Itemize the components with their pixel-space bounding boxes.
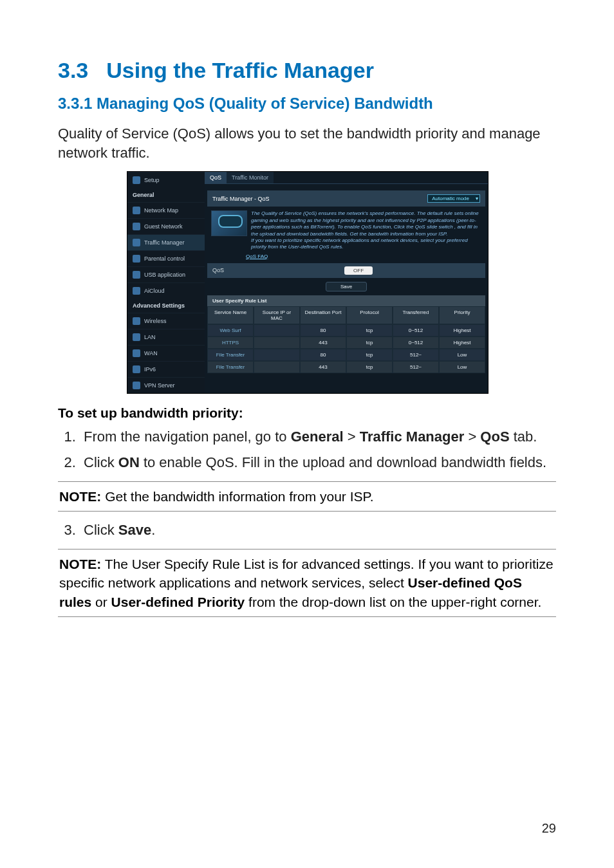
sidebar-advanced-heading: Advanced Settings xyxy=(127,299,205,313)
qos-description: The Quality of Service (QoS) ensures the… xyxy=(207,207,485,253)
section-title: 3.3Using the Traffic Manager xyxy=(58,58,556,83)
sidebar-item-wan[interactable]: WAN xyxy=(127,345,205,361)
table-row: File Transfer 443 tcp 512~ Low xyxy=(207,361,485,373)
usb-icon xyxy=(133,271,140,279)
step-text: Click xyxy=(84,454,118,470)
lan-icon xyxy=(133,333,140,341)
col-service: Service Name xyxy=(207,306,254,324)
desc-line: If you want to prioritize specific netwo… xyxy=(251,237,481,251)
cell: 512~ xyxy=(393,349,439,361)
priority-heading: To set up bandwidth priority: xyxy=(58,405,556,421)
cell: tcp xyxy=(346,349,393,361)
ipv6-icon xyxy=(133,365,140,373)
sidebar-item-label: WAN xyxy=(144,350,158,356)
step-text: > xyxy=(344,429,360,445)
tab-qos[interactable]: QoS xyxy=(205,172,227,183)
qos-row-label: QoS xyxy=(212,267,224,273)
col-source: Source IP or MAC xyxy=(254,306,300,324)
subsection-number: 3.3.1 xyxy=(58,95,92,112)
step-2: Click ON to enable QoS. Fill in the uplo… xyxy=(80,453,556,472)
note-label: NOTE: xyxy=(59,557,101,571)
sidebar-item-vpn[interactable]: VPN Server xyxy=(127,377,205,393)
tab-row: QoS Traffic Monitor xyxy=(205,172,488,184)
step-text: > xyxy=(464,429,480,445)
intro-text: Quality of Service (QoS) allows you to s… xyxy=(58,124,556,162)
sidebar-item-traffic-manager[interactable]: Traffic Manager xyxy=(127,234,205,250)
note-1: NOTE: Get the bandwidth information from… xyxy=(58,481,556,512)
rule-list-title: User Specify Rule List xyxy=(207,295,485,306)
sidebar-item-label: AiCloud xyxy=(144,288,165,294)
sidebar-item-label: LAN xyxy=(144,334,156,340)
steps-list: From the navigation panel, go to General… xyxy=(58,427,556,472)
sidebar-item-network-map[interactable]: Network Map xyxy=(127,202,205,218)
cell: Low xyxy=(439,361,485,373)
sidebar-item-ipv6[interactable]: IPv6 xyxy=(127,361,205,377)
cell: HTTPS xyxy=(207,337,254,349)
note-label: NOTE: xyxy=(59,489,101,504)
shield-icon xyxy=(133,255,140,263)
steps-list-cont: Click Save. xyxy=(58,521,556,540)
section-title-text: Using the Traffic Manager xyxy=(106,58,374,82)
step-3: Click Save. xyxy=(80,521,556,540)
network-icon xyxy=(133,207,140,214)
sidebar: General Network Map Guest Network Traffi… xyxy=(127,188,205,393)
note-text: Get the bandwidth information from your … xyxy=(101,489,373,504)
sidebar-item-lan[interactable]: LAN xyxy=(127,329,205,345)
sidebar-item-usb[interactable]: USB application xyxy=(127,266,205,282)
subsection-title: 3.3.1 Managing QoS (Quality of Service) … xyxy=(58,95,556,113)
cloud-icon xyxy=(133,287,140,295)
panel-title: Traffic Manager - QoS xyxy=(212,196,270,202)
note-text: or xyxy=(91,595,111,609)
wifi-icon xyxy=(133,317,140,325)
sidebar-general-heading: General xyxy=(127,188,205,202)
cell: Web Surf xyxy=(207,324,254,337)
step-text: tab. xyxy=(510,429,537,445)
sidebar-item-label: Wireless xyxy=(144,318,167,324)
tab-traffic-monitor[interactable]: Traffic Monitor xyxy=(227,172,274,183)
sidebar-setup[interactable]: Setup xyxy=(127,172,205,188)
cell: Highest xyxy=(439,324,485,337)
sidebar-item-label: USB application xyxy=(144,272,185,278)
step-text: to enable QoS. Fill in the upload and do… xyxy=(140,454,546,470)
cell: 80 xyxy=(300,349,346,361)
section-number: 3.3 xyxy=(58,58,88,82)
setup-icon xyxy=(133,176,140,184)
cell: 0~512 xyxy=(393,337,439,349)
screenshot: Setup QoS Traffic Monitor General Networ… xyxy=(127,171,487,394)
cell: 443 xyxy=(300,361,346,373)
cell xyxy=(254,361,300,373)
table-row: File Transfer 80 tcp 512~ Low xyxy=(207,349,485,361)
sidebar-item-label: VPN Server xyxy=(144,382,175,389)
sidebar-item-label: IPv6 xyxy=(144,366,156,373)
cell xyxy=(254,337,300,349)
step-text: Click xyxy=(84,522,118,538)
col-trans: Transferred xyxy=(393,306,439,324)
desc-line: The Quality of Service (QoS) ensures the… xyxy=(251,210,481,237)
cell xyxy=(254,324,300,337)
sidebar-item-label: Parental control xyxy=(144,255,185,262)
cell: tcp xyxy=(346,324,393,337)
sidebar-item-label: Network Map xyxy=(144,207,178,214)
mode-dropdown[interactable]: Automatic mode xyxy=(427,194,480,203)
sidebar-item-guest-network[interactable]: Guest Network xyxy=(127,218,205,234)
step-bold: Save xyxy=(118,522,151,538)
note-text: from the drop-down list on the upper-rig… xyxy=(245,595,541,609)
page-number: 29 xyxy=(542,821,556,836)
cell: tcp xyxy=(346,337,393,349)
note-bold: User-defined Priority xyxy=(111,595,245,609)
cell: Low xyxy=(439,349,485,361)
sidebar-item-wireless[interactable]: Wireless xyxy=(127,313,205,329)
cell xyxy=(254,349,300,361)
qos-toggle-off[interactable]: OFF xyxy=(344,266,373,275)
step-bold: ON xyxy=(118,454,140,470)
table-header: Service Name Source IP or MAC Destinatio… xyxy=(207,306,485,324)
note-2: NOTE: The User Specify Rule List is for … xyxy=(58,549,556,617)
qos-faq-link[interactable]: QoS FAQ xyxy=(207,254,485,259)
sidebar-item-parental[interactable]: Parental control xyxy=(127,250,205,266)
cell: 443 xyxy=(300,337,346,349)
sidebar-item-aicloud[interactable]: AiCloud xyxy=(127,282,205,299)
cell: 80 xyxy=(300,324,346,337)
save-button[interactable]: Save xyxy=(326,282,367,291)
sidebar-item-label: Setup xyxy=(144,177,160,183)
step-text: . xyxy=(151,522,155,538)
